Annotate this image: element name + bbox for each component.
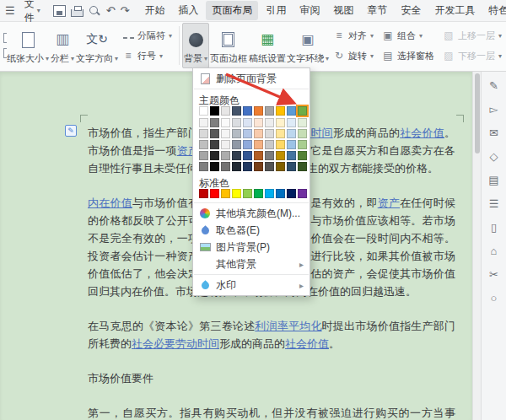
color-swatch[interactable] xyxy=(254,189,263,198)
color-swatch[interactable] xyxy=(254,162,263,171)
columns-button[interactable]: ▥ 分栏▾ xyxy=(49,23,76,68)
color-swatch[interactable] xyxy=(199,118,208,127)
text-direction-button[interactable]: 文↻ 文字方向▾ xyxy=(76,23,118,68)
color-swatch[interactable] xyxy=(276,140,285,149)
color-swatch[interactable] xyxy=(232,140,241,149)
color-swatch[interactable] xyxy=(221,106,230,116)
tab-视图[interactable]: 视图 xyxy=(327,1,359,20)
color-swatch[interactable] xyxy=(221,129,230,138)
color-swatch[interactable] xyxy=(298,118,307,127)
print-icon[interactable] xyxy=(71,9,83,17)
color-swatch[interactable] xyxy=(265,151,274,160)
hyperlink[interactable]: 利润率平均化 xyxy=(255,320,321,332)
delete-page-background-item[interactable]: 删除页面背景 xyxy=(193,70,310,87)
tab-开发工具[interactable]: 开发工具 xyxy=(428,1,481,20)
group-button[interactable]: ▣ 组合 ▾ xyxy=(380,26,437,45)
cursor-icon[interactable]: ▻ xyxy=(490,104,498,116)
tab-开始[interactable]: 开始 xyxy=(138,1,170,20)
color-swatch[interactable] xyxy=(232,106,241,116)
color-swatch[interactable] xyxy=(276,129,285,138)
hyperlink[interactable]: 资产 xyxy=(378,197,400,209)
bookmark-icon[interactable]: ▯ xyxy=(491,222,497,234)
color-swatch[interactable] xyxy=(276,106,285,116)
color-swatch[interactable] xyxy=(210,140,219,149)
color-swatch[interactable] xyxy=(232,189,241,198)
color-swatch[interactable] xyxy=(265,140,274,149)
scrollbar-thumb[interactable] xyxy=(475,73,480,153)
redo-icon[interactable]: ↷ xyxy=(121,5,130,17)
shapes-icon[interactable]: ◇ xyxy=(490,151,498,163)
color-swatch[interactable] xyxy=(243,129,252,138)
more-fill-colors-item[interactable]: 其他填充颜色(M)... xyxy=(193,205,310,222)
undo-icon[interactable]: ↶ xyxy=(106,5,116,17)
color-swatch[interactable] xyxy=(287,118,296,127)
color-swatch[interactable] xyxy=(298,189,307,198)
color-swatch[interactable] xyxy=(287,151,296,160)
color-swatch[interactable] xyxy=(243,106,252,116)
color-swatch[interactable] xyxy=(210,151,219,160)
color-swatch[interactable] xyxy=(287,106,296,116)
color-swatch[interactable] xyxy=(199,162,208,171)
page-border-button[interactable]: 页面边框 xyxy=(209,23,248,68)
color-swatch[interactable] xyxy=(232,151,241,160)
color-swatch[interactable] xyxy=(298,129,307,138)
paper-grid-button[interactable]: ▦ 稿纸设置 xyxy=(248,23,287,68)
color-swatch[interactable] xyxy=(210,189,219,198)
save-icon[interactable] xyxy=(53,5,66,17)
color-swatch[interactable] xyxy=(221,189,230,198)
hyperlink[interactable]: 社会必要劳动时间 xyxy=(132,337,219,350)
bookmark-marker-icon[interactable]: ✎ xyxy=(65,125,77,137)
color-swatch[interactable] xyxy=(232,118,241,127)
align-button[interactable]: ≡ 对齐 ▾ xyxy=(331,26,376,45)
color-swatch[interactable] xyxy=(199,189,208,198)
color-swatch[interactable] xyxy=(210,162,219,171)
color-swatch[interactable] xyxy=(287,129,296,138)
color-swatch[interactable] xyxy=(265,106,274,116)
color-swatch[interactable] xyxy=(276,118,285,127)
color-swatch[interactable] xyxy=(210,118,219,127)
color-swatch[interactable] xyxy=(298,106,307,116)
background-button[interactable]: 背景▾ xyxy=(182,23,209,68)
color-swatch[interactable] xyxy=(199,151,208,160)
outline-icon[interactable]: ☰ xyxy=(489,198,499,210)
color-swatch[interactable] xyxy=(254,118,263,127)
color-swatch[interactable] xyxy=(221,151,230,160)
color-swatch[interactable] xyxy=(265,129,274,138)
color-swatch[interactable] xyxy=(287,140,296,149)
home-icon[interactable]: ⌂ xyxy=(491,245,498,257)
tab-插入[interactable]: 插入 xyxy=(172,1,204,20)
color-swatch[interactable] xyxy=(287,162,296,171)
color-swatch[interactable] xyxy=(254,140,263,149)
paper-size-button[interactable]: 纸张大小▾ xyxy=(7,23,49,68)
color-swatch[interactable] xyxy=(265,162,274,171)
color-swatch[interactable] xyxy=(276,189,285,198)
color-swatch[interactable] xyxy=(276,162,285,171)
color-swatch[interactable] xyxy=(276,151,285,160)
color-swatch[interactable] xyxy=(265,118,274,127)
comment-icon[interactable]: ✉ xyxy=(489,127,498,139)
picture-background-item[interactable]: 图片背景(P) xyxy=(193,239,310,256)
styles-icon[interactable]: ▤ xyxy=(488,175,498,186)
clip-icon[interactable]: ✂ xyxy=(489,269,498,281)
tab-审阅[interactable]: 审阅 xyxy=(293,1,326,20)
hyperlink[interactable]: 内在价值 xyxy=(88,197,132,209)
orientation-icon[interactable] xyxy=(3,48,7,58)
color-swatch[interactable] xyxy=(210,129,219,138)
color-swatch[interactable] xyxy=(199,129,208,138)
main-menu-icon[interactable]: ☰ xyxy=(5,4,15,17)
color-swatch[interactable] xyxy=(298,151,307,160)
color-swatch[interactable] xyxy=(243,151,252,160)
color-swatch[interactable] xyxy=(254,106,263,116)
color-swatch[interactable] xyxy=(298,140,307,149)
color-swatch[interactable] xyxy=(254,129,263,138)
color-swatch[interactable] xyxy=(221,162,230,171)
color-swatch[interactable] xyxy=(221,118,230,127)
color-swatch[interactable] xyxy=(210,106,219,116)
tab-引用[interactable]: 引用 xyxy=(260,1,292,20)
rotate-button[interactable]: ↻ 旋转 ▾ xyxy=(331,46,376,65)
watermark-item[interactable]: 水印 ▸ xyxy=(193,277,310,293)
more-icon[interactable]: ○ xyxy=(491,293,498,304)
color-swatch[interactable] xyxy=(221,140,230,149)
color-swatch[interactable] xyxy=(254,151,263,160)
pen-icon[interactable]: ✎ xyxy=(489,80,498,92)
